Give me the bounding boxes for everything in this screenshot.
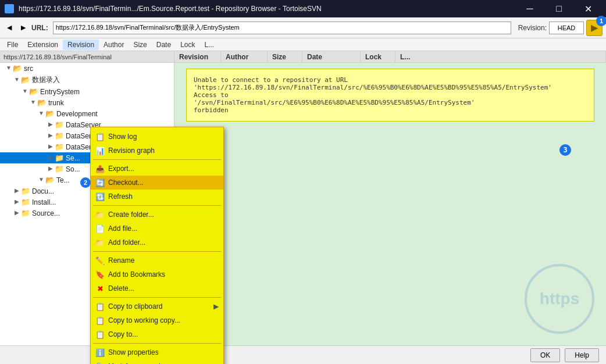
url-label: URL: xyxy=(31,24,48,32)
ctx-revision-graph-label: Revision graph xyxy=(108,147,155,155)
minimize-button[interactable]: ─ xyxy=(516,0,543,17)
content-panel: Revision Author Size Date Lock L... Unab… xyxy=(174,51,606,345)
ctx-rename[interactable]: ✏️ Rename xyxy=(91,254,223,267)
maximize-button[interactable]: □ xyxy=(546,0,572,17)
col-header-lock[interactable]: Lock xyxy=(361,51,395,62)
tree-label-development: Development xyxy=(56,110,98,118)
ctx-sep-2 xyxy=(93,205,221,206)
show-log-icon: 📋 xyxy=(95,132,105,141)
tree-item-src[interactable]: ▼ 📂 src xyxy=(0,63,174,74)
ctx-mark-comparison[interactable]: 🔍 Mark for comparison xyxy=(91,359,223,364)
refresh-icon: 🔃 xyxy=(95,192,105,201)
ctx-copy-clipboard-label: Copy to clipboard xyxy=(108,302,162,311)
menu-revision[interactable]: Revision xyxy=(63,40,99,50)
ctx-add-file-label: Add file... xyxy=(108,224,137,233)
toggle-development[interactable]: ▼ xyxy=(37,110,45,118)
col-header-size[interactable]: Size xyxy=(268,51,302,62)
tree-label-entry: EntrySystem xyxy=(40,88,80,96)
tree-label-docu: Docu... xyxy=(32,187,54,195)
ctx-refresh-label: Refresh xyxy=(108,192,133,201)
revision-go-button[interactable]: ▶ 1 xyxy=(586,20,603,36)
ctx-add-folder-label: Add folder... xyxy=(108,238,145,247)
ctx-refresh[interactable]: 🔃 Refresh xyxy=(91,190,223,204)
folder-icon-te: 📂 xyxy=(45,176,55,184)
ctx-show-log-label: Show log xyxy=(108,133,137,141)
rename-icon: ✏️ xyxy=(95,256,105,265)
ctx-show-properties[interactable]: ℹ️ Show properties xyxy=(91,345,223,359)
folder-icon-se: 📁 xyxy=(55,154,64,162)
app-icon xyxy=(5,4,14,13)
copy-clipboard-arrow: ▶ xyxy=(213,302,219,311)
ctx-copy-to[interactable]: 📋 Copy to... xyxy=(91,327,223,341)
ctx-create-folder-label: Create folder... xyxy=(108,210,154,219)
toolbar: ◀ ▶ URL: Revision: ▶ 1 xyxy=(0,17,606,38)
toggle-trunk[interactable]: ▼ xyxy=(29,99,37,107)
menu-lock[interactable]: Lock xyxy=(176,40,199,50)
revision-input[interactable] xyxy=(549,22,584,34)
tree-label-shuju: 数据录入 xyxy=(32,75,60,85)
col-header-author[interactable]: Author xyxy=(221,51,268,62)
badge-3: 3 xyxy=(559,144,571,156)
menu-file[interactable]: File xyxy=(2,40,23,50)
ctx-add-bookmarks[interactable]: 🔖 Add to Bookmarks xyxy=(91,267,223,281)
toggle-dataserver-new[interactable]: ▶ xyxy=(47,132,55,140)
folder-icon-development: 📂 xyxy=(45,109,55,118)
tree-label-source: Source... xyxy=(32,209,60,217)
toggle-dataserver[interactable]: ▶ xyxy=(47,121,55,129)
toggle-te[interactable]: ▼ xyxy=(37,176,45,184)
toggle-entry[interactable]: ▼ xyxy=(21,88,29,96)
back-button[interactable]: ◀ xyxy=(3,22,15,34)
add-folder-icon: 📁 xyxy=(95,238,105,247)
ctx-delete-label: Delete... xyxy=(108,284,134,292)
title-bar-controls: ─ □ ✕ xyxy=(516,0,601,17)
tree-item-shuju[interactable]: ▼ 📂 数据录入 xyxy=(0,74,174,86)
badge-1: 1 xyxy=(596,16,606,26)
delete-icon: ✖ xyxy=(95,284,105,293)
tree-item-entry[interactable]: ▼ 📂 EntrySystem xyxy=(0,86,174,97)
ctx-checkout[interactable]: 2 🔄 Checkout... xyxy=(91,176,223,190)
ctx-create-folder[interactable]: 📁 Create folder... xyxy=(91,208,223,222)
help-button[interactable]: Help xyxy=(565,348,599,362)
menu-last[interactable]: L... xyxy=(200,40,219,50)
close-button[interactable]: ✕ xyxy=(575,0,601,17)
col-header-revision[interactable]: Revision xyxy=(174,51,221,62)
col-header-last[interactable]: L... xyxy=(395,51,606,62)
col-header-date[interactable]: Date xyxy=(302,51,361,62)
https-watermark: https xyxy=(525,264,594,334)
tree-label-se: Se... xyxy=(66,154,80,162)
ctx-revision-graph[interactable]: 📊 Revision graph xyxy=(91,144,223,158)
copy-clipboard-icon: 📋 xyxy=(95,302,105,311)
add-bookmarks-icon: 🔖 xyxy=(95,270,105,279)
ok-button[interactable]: OK xyxy=(530,348,560,362)
toggle-so[interactable]: ▶ xyxy=(47,165,55,173)
menu-author[interactable]: Author xyxy=(99,40,129,50)
ctx-copy-clipboard[interactable]: 📋 Copy to clipboard ▶ xyxy=(91,299,223,313)
ctx-add-file[interactable]: 📄 Add file... xyxy=(91,222,223,235)
ctx-delete[interactable]: ✖ Delete... xyxy=(91,281,223,295)
toggle-install[interactable]: ▶ xyxy=(13,198,21,206)
menu-extension[interactable]: Extension xyxy=(23,40,63,50)
ctx-show-log[interactable]: 📋 Show log xyxy=(91,130,223,144)
folder-icon-dataserver-new: 📁 xyxy=(55,131,64,140)
ctx-export[interactable]: 📤 Export... xyxy=(91,162,223,176)
toggle-dataservice[interactable]: ▶ xyxy=(47,143,55,151)
ctx-sep-3 xyxy=(93,251,221,252)
tree-item-development[interactable]: ▼ 📂 Development xyxy=(0,108,174,119)
toggle-shuju[interactable]: ▼ xyxy=(13,76,21,84)
url-input[interactable] xyxy=(53,22,511,34)
toggle-se[interactable]: ▶ xyxy=(47,154,55,162)
menu-size[interactable]: Size xyxy=(129,40,151,50)
toggle-docu[interactable]: ▶ xyxy=(13,187,21,195)
toggle-src[interactable]: ▼ xyxy=(5,65,13,73)
ctx-copy-working[interactable]: 📋 Copy to working copy... xyxy=(91,313,223,327)
folder-icon-shuju: 📂 xyxy=(21,76,30,84)
toggle-source[interactable]: ▶ xyxy=(13,209,21,217)
menu-date[interactable]: Date xyxy=(152,40,176,50)
forward-button[interactable]: ▶ xyxy=(17,22,29,34)
folder-icon-trunk: 📂 xyxy=(37,98,47,107)
folder-icon-source: 📁 xyxy=(21,209,30,217)
tree-item-trunk[interactable]: ▼ 📂 trunk xyxy=(0,97,174,108)
ctx-add-folder[interactable]: 📁 Add folder... xyxy=(91,235,223,249)
copy-to-icon: 📋 xyxy=(95,330,105,339)
tree-label-src: src xyxy=(24,65,33,73)
